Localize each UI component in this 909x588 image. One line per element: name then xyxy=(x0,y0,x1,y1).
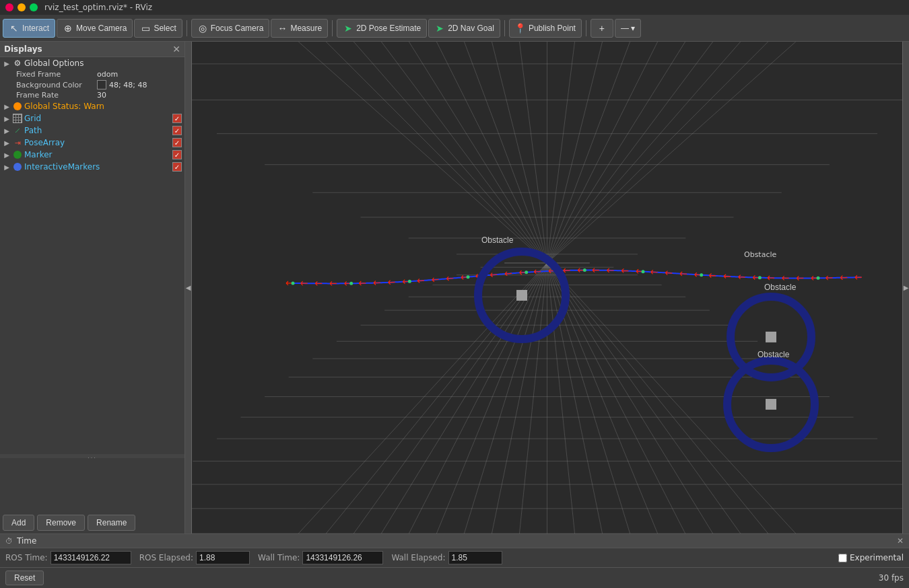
more-icon: — ▾ xyxy=(621,24,635,33)
window-title: rviz_test_optim.rviz* - RViz xyxy=(44,3,152,12)
pose-estimate-button[interactable]: ➤ 2D Pose Estimate xyxy=(337,19,427,38)
ros-elapsed-field: ROS Elapsed: xyxy=(139,551,250,564)
separator-1 xyxy=(187,20,187,36)
move-camera-icon: ⊕ xyxy=(63,23,73,34)
sidebar-extra-panel xyxy=(0,458,184,512)
left-panel-arrow[interactable]: ◀ xyxy=(185,42,192,534)
fixed-frame-value[interactable]: odom xyxy=(97,70,118,79)
pose-array-label: PoseArray xyxy=(24,138,170,147)
expander-icon: ▶ xyxy=(3,139,11,147)
focus-camera-button[interactable]: ◎ Focus Camera xyxy=(191,19,270,38)
maximize-button[interactable] xyxy=(30,3,38,11)
grid-icon xyxy=(13,114,22,123)
ros-elapsed-input[interactable] xyxy=(196,551,250,564)
frame-rate-value[interactable]: 30 xyxy=(97,91,106,100)
path-icon: ⟋ xyxy=(13,126,22,135)
marker-checkbox[interactable]: ✓ xyxy=(172,150,182,159)
grid-item[interactable]: ▶ Grid ✓ xyxy=(0,112,184,124)
measure-button[interactable]: ↔ Measure xyxy=(271,19,328,38)
warn-dot xyxy=(13,102,22,110)
wall-elapsed-field: Wall Elapsed: xyxy=(391,551,502,564)
select-icon: ▭ xyxy=(140,23,151,34)
ros-time-input[interactable] xyxy=(50,551,131,564)
publish-point-button[interactable]: 📍 Publish Point xyxy=(509,19,582,38)
reset-button[interactable]: Reset xyxy=(5,571,44,585)
more-button[interactable]: — ▾ xyxy=(615,19,641,38)
expander-icon: ▶ xyxy=(3,115,11,122)
ros-elapsed-label: ROS Elapsed: xyxy=(139,553,193,562)
experimental-area: Experimental xyxy=(838,553,904,562)
minimize-button[interactable] xyxy=(18,3,26,11)
path-checkbox[interactable]: ✓ xyxy=(172,126,182,135)
pose-estimate-icon: ➤ xyxy=(343,23,354,34)
sidebar-buttons: Add Remove Rename xyxy=(0,512,184,534)
experimental-checkbox[interactable] xyxy=(838,554,847,562)
main-area: Displays ✕ ▶ ⚙ Global Options Fixed Fram… xyxy=(0,42,909,534)
clock-icon: ⏱ xyxy=(5,537,13,546)
background-color-value[interactable]: 48; 48; 48 xyxy=(97,80,147,89)
expander-icon: ▶ xyxy=(3,163,11,171)
plus-icon: + xyxy=(597,23,607,34)
rename-button[interactable]: Rename xyxy=(88,515,135,531)
status-icon xyxy=(13,102,22,111)
experimental-label: Experimental xyxy=(850,553,904,562)
add-button[interactable]: Add xyxy=(3,515,34,531)
grid-checkbox[interactable]: ✓ xyxy=(172,114,182,123)
sidebar: Displays ✕ ▶ ⚙ Global Options Fixed Fram… xyxy=(0,42,185,534)
interactive-markers-label: InteractiveMarkers xyxy=(24,162,170,172)
interactive-markers-checkbox[interactable]: ✓ xyxy=(172,162,182,172)
separator-3 xyxy=(504,20,505,36)
time-content: ROS Time: ROS Elapsed: Wall Time: Wall E… xyxy=(0,548,909,567)
marker-item[interactable]: ▶ Marker ✓ xyxy=(0,149,184,161)
pose-array-item[interactable]: ▶ ⇥ PoseArray ✓ xyxy=(0,137,184,149)
grid-visual xyxy=(13,114,22,123)
nav-goal-label: 2D Nav Goal xyxy=(448,24,494,33)
global-status-item[interactable]: ▶ Global Status: Warn xyxy=(0,100,184,112)
move-camera-button[interactable]: ⊕ Move Camera xyxy=(57,19,133,38)
separator-2 xyxy=(332,20,333,36)
right-panel-arrow[interactable]: ▶ xyxy=(902,42,909,534)
interact-button[interactable]: ↖ Interact xyxy=(3,19,55,38)
nav-goal-button[interactable]: ➤ 2D Nav Goal xyxy=(428,19,500,38)
wall-time-field: Wall Time: xyxy=(258,551,383,564)
interactive-markers-icon xyxy=(13,162,22,172)
displays-header: Displays ✕ xyxy=(0,42,184,57)
path-item[interactable]: ▶ ⟋ Path ✓ xyxy=(0,124,184,137)
displays-close-button[interactable]: ✕ xyxy=(172,44,180,54)
wall-elapsed-input[interactable] xyxy=(448,551,502,564)
global-status-label: Global Status: Warn xyxy=(24,102,182,111)
interact-icon: ↖ xyxy=(9,23,20,34)
add-toolbar-button[interactable]: + xyxy=(591,19,613,38)
interactive-markers-item[interactable]: ▶ InteractiveMarkers ✓ xyxy=(0,161,184,173)
frame-rate-row: Frame Rate 30 xyxy=(0,90,184,100)
time-close-button[interactable]: ✕ xyxy=(897,536,904,546)
background-color-row: Background Color 48; 48; 48 xyxy=(0,79,184,90)
remove-button[interactable]: Remove xyxy=(37,515,85,531)
bottom-row: Reset 30 fps xyxy=(0,567,909,588)
ros-time-field: ROS Time: xyxy=(5,551,131,564)
time-title: Time xyxy=(17,536,36,546)
color-swatch xyxy=(97,80,106,89)
window-controls[interactable] xyxy=(5,3,38,11)
toolbar: ↖ Interact ⊕ Move Camera ▭ Select ◎ Focu… xyxy=(0,15,909,42)
wall-time-label: Wall Time: xyxy=(258,553,300,562)
path-label: Path xyxy=(24,126,170,135)
global-options-item[interactable]: ▶ ⚙ Global Options xyxy=(0,57,184,69)
pose-array-icon: ⇥ xyxy=(13,138,22,147)
pose-estimate-label: 2D Pose Estimate xyxy=(356,24,421,33)
select-button[interactable]: ▭ Select xyxy=(134,19,182,38)
wall-time-input[interactable] xyxy=(302,551,383,564)
viewport[interactable]: Obstacle Obstacle Obstacle xyxy=(192,42,902,534)
focus-camera-icon: ◎ xyxy=(197,23,208,34)
pose-array-checkbox[interactable]: ✓ xyxy=(172,138,182,147)
close-button[interactable] xyxy=(5,3,13,11)
time-header: ⏱ Time ✕ xyxy=(0,534,909,548)
ros-time-label: ROS Time: xyxy=(5,553,48,562)
fixed-frame-label: Fixed Frame xyxy=(16,70,97,79)
interact-label: Interact xyxy=(22,24,49,33)
move-camera-label: Move Camera xyxy=(76,24,127,33)
marker-label: Marker xyxy=(24,150,170,159)
fps-label: 30 fps xyxy=(879,573,904,583)
marker-dot xyxy=(13,151,22,159)
select-label: Select xyxy=(154,24,176,33)
